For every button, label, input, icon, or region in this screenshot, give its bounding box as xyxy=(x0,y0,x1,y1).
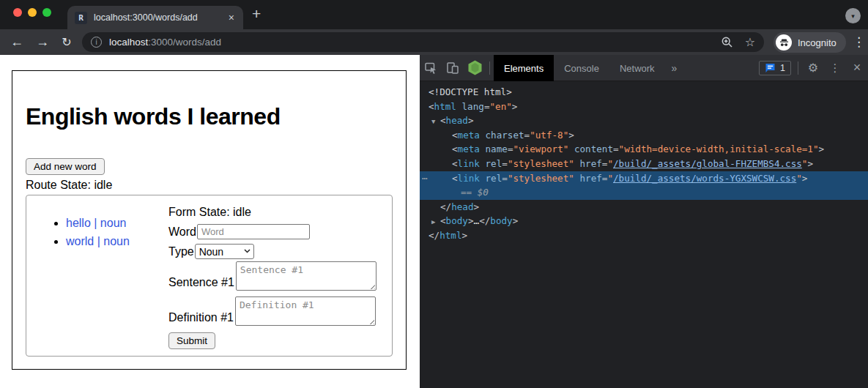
zoom-icon[interactable] xyxy=(721,36,733,48)
code-token: < xyxy=(452,143,458,154)
page-title: English words I learned xyxy=(26,103,393,130)
line-actions-dots-icon[interactable]: ⋯ xyxy=(422,171,427,186)
code-token: html xyxy=(439,230,461,241)
sentence-textarea[interactable] xyxy=(236,261,376,291)
url-host: localhost xyxy=(109,37,148,48)
toolbar-divider xyxy=(798,61,798,75)
code-token: body xyxy=(446,215,468,226)
devtools-code-line[interactable]: ⋯<link rel="stylesheet" href="/build/_as… xyxy=(420,171,868,186)
tab-title: localhost:3000/words/add xyxy=(94,12,227,23)
site-info-icon[interactable]: i xyxy=(91,37,102,48)
code-token: > xyxy=(819,143,825,154)
browser-tab[interactable]: R localhost:3000/words/add × xyxy=(67,6,243,29)
code-token: </ xyxy=(429,230,439,241)
more-tabs-icon[interactable]: » xyxy=(665,62,684,74)
issues-counter[interactable]: 1 xyxy=(759,61,791,75)
devtools-close-icon[interactable]: × xyxy=(846,55,868,81)
code-token: link xyxy=(458,158,480,169)
code-token: > xyxy=(568,130,574,141)
back-icon[interactable]: ← xyxy=(7,29,26,55)
forward-icon[interactable]: → xyxy=(33,29,52,55)
devtools-code-line[interactable]: ▶<body>…</body> xyxy=(420,214,868,228)
maximize-window-button[interactable] xyxy=(42,8,51,17)
incognito-icon xyxy=(776,34,792,51)
word-link[interactable]: world | noun xyxy=(66,235,130,247)
code-token: rel xyxy=(486,173,502,184)
code-token: > xyxy=(474,201,480,212)
devtools-code-line[interactable]: </head> xyxy=(420,200,868,214)
code-token: meta xyxy=(458,143,480,154)
devtools-code-line[interactable]: <html lang="en"> xyxy=(420,100,868,114)
route-state-text: Route State: idle xyxy=(26,179,393,192)
incognito-badge: Incognito xyxy=(774,32,846,53)
code-token: > xyxy=(462,230,468,241)
minimize-window-button[interactable] xyxy=(28,8,37,17)
devtools-menu-icon[interactable]: ⋮ xyxy=(824,55,846,81)
code-token: == $0 xyxy=(461,187,489,198)
code-token: = xyxy=(502,173,508,184)
type-label: Type xyxy=(168,245,194,258)
code-token: </ xyxy=(440,201,451,212)
word-input[interactable] xyxy=(197,224,310,239)
word-list-item: hello | noun xyxy=(66,217,166,230)
tab-close-icon[interactable]: × xyxy=(227,12,236,23)
devtools-code-line[interactable]: </html> xyxy=(420,228,868,243)
type-select[interactable]: Noun xyxy=(195,244,254,259)
inspect-element-icon[interactable] xyxy=(420,55,442,81)
word-list: hello | nounworld | noun xyxy=(48,217,166,248)
devtools-code-line[interactable]: <link rel="stylesheet" href="/build/_ass… xyxy=(420,157,868,171)
words-panel: hello | nounworld | noun Form State: idl… xyxy=(26,195,393,357)
type-field-row: Type Noun xyxy=(168,244,387,259)
settings-gear-icon[interactable]: ⚙ xyxy=(802,55,824,81)
word-field-row: Word xyxy=(168,224,387,239)
word-link[interactable]: hello | noun xyxy=(66,217,126,229)
url-text[interactable]: localhost:3000/words/add xyxy=(109,37,221,48)
new-tab-button[interactable]: + xyxy=(252,5,261,23)
code-token: href xyxy=(579,173,601,184)
tab-strip: R localhost:3000/words/add × + ▾ xyxy=(0,0,868,29)
web-page: English words I learned Add new word Rou… xyxy=(0,55,420,388)
code-token: < xyxy=(440,215,446,226)
device-toolbar-icon[interactable] xyxy=(442,55,464,81)
reload-icon[interactable]: ↻ xyxy=(57,29,76,55)
submit-button[interactable]: Submit xyxy=(168,332,215,349)
address-bar[interactable]: i localhost:3000/words/add ☆ xyxy=(82,32,764,52)
code-token: rel xyxy=(486,158,502,169)
devtools-code-line[interactable]: == $0 xyxy=(420,185,868,200)
word-form-column: Form State: idle Word Type Noun xyxy=(166,195,392,356)
code-token: <!DOCTYPE html> xyxy=(429,86,512,97)
tab-elements[interactable]: Elements xyxy=(494,55,554,81)
bookmark-star-icon[interactable]: ☆ xyxy=(745,35,755,49)
tab-console[interactable]: Console xyxy=(554,55,609,81)
devtools-code-line[interactable]: <meta charset="utf-8"> xyxy=(420,128,868,143)
devtools-toolbar: Elements Console Network » 1 ⚙ ⋮ × xyxy=(420,55,868,81)
code-token xyxy=(480,173,486,184)
devtools-code-line[interactable]: <meta name="viewport" content="width=dev… xyxy=(420,142,868,157)
sentence-textarea-wrap xyxy=(236,261,376,291)
code-token: </ xyxy=(479,215,490,226)
code-token xyxy=(480,130,486,141)
code-token: " xyxy=(796,173,802,184)
code-token: link xyxy=(458,173,480,184)
code-token: head xyxy=(451,201,473,212)
app-container: English words I learned Add new word Rou… xyxy=(12,70,407,370)
add-new-word-button[interactable]: Add new word xyxy=(26,158,105,175)
code-token: < xyxy=(440,115,446,126)
code-token: href xyxy=(579,158,601,169)
code-token: < xyxy=(452,130,458,141)
code-token: > xyxy=(807,158,813,169)
definition-textarea[interactable] xyxy=(235,296,376,326)
code-token xyxy=(456,101,462,112)
devtools-code-line[interactable]: ▼<head> xyxy=(420,113,868,128)
nodejs-extension-icon[interactable] xyxy=(464,55,486,81)
url-path: :3000/words/add xyxy=(148,37,221,48)
definition-textarea-wrap xyxy=(235,296,376,326)
devtools-code-line[interactable]: <!DOCTYPE html> xyxy=(420,85,868,100)
tab-network[interactable]: Network xyxy=(609,55,665,81)
tab-search-button[interactable]: ▾ xyxy=(845,8,861,23)
close-window-button[interactable] xyxy=(13,8,22,17)
browser-menu-icon[interactable]: ⋮ xyxy=(853,29,865,55)
code-token: < xyxy=(452,173,458,184)
sentence-field-row: Sentence #1 xyxy=(168,261,387,291)
issues-count: 1 xyxy=(780,63,785,73)
